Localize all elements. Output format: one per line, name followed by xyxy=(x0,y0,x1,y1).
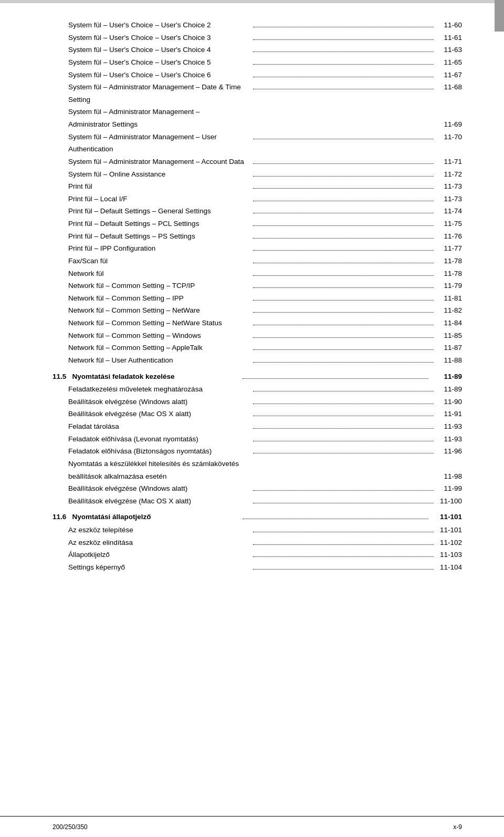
toc-entry: Fax/Scan fül 11-78 xyxy=(52,255,462,267)
entry-text: Feladatok előhívása (Biztonságos nyomtat… xyxy=(52,445,251,458)
toc-entry: Print fül – Local I/F 11-73 xyxy=(52,193,462,205)
entry-text: Print fül – Local I/F xyxy=(52,193,251,205)
section-header: 11.5 Nyomtatási feladatok kezelése 11-89 xyxy=(52,370,462,384)
toc-entry: Print fül – Default Settings – General S… xyxy=(52,205,462,218)
page-number: 11-99 xyxy=(436,482,462,495)
dots xyxy=(253,569,434,570)
toc-entry: Beállítások elvégzése (Windows alatt) 11… xyxy=(52,396,462,408)
toc-entry: Print fül 11-73 xyxy=(52,180,462,193)
toc-entry-multiline: System fül – Administrator Management –A… xyxy=(52,106,462,130)
dots xyxy=(253,453,434,453)
entry-text: System fül – User's Choice – User's Choi… xyxy=(52,19,251,32)
toc-entry: System fül – Online Assistance 11-72 xyxy=(52,168,462,181)
page-number: 11-90 xyxy=(436,396,462,408)
dots xyxy=(253,263,434,263)
toc-entry: Feladat tárolása 11-93 xyxy=(52,420,462,433)
page-number: 11-68 xyxy=(436,81,462,94)
entry-text: System fül – User's Choice – User's Choi… xyxy=(52,69,251,81)
entry-text: Beállítások elvégzése (Mac OS X alatt) xyxy=(52,408,251,420)
entry-text: Feladatkezelési műveletek meghatározása xyxy=(52,383,251,396)
page-number: 11-78 xyxy=(436,267,462,280)
page-number: 11-71 xyxy=(436,156,462,168)
toc-entry: System fül – User's Choice – User's Choi… xyxy=(52,19,462,32)
dots xyxy=(253,404,434,404)
entry-text: Network fül – Common Setting – IPP xyxy=(52,292,251,305)
page-number: 11-101 xyxy=(430,510,462,524)
page-number: 11-100 xyxy=(436,495,462,508)
toc-entry: Beállítások elvégzése (Mac OS X alatt) 1… xyxy=(52,408,462,420)
section-title: 11.6 Nyomtatási állapotjelző xyxy=(52,510,240,524)
entry-text: Beállítások elvégzése (Windows alatt) xyxy=(52,396,251,408)
dots xyxy=(253,163,434,164)
page-number: 11-88 xyxy=(436,354,462,367)
entry-text: Network fül – Common Setting – TCP/IP xyxy=(52,280,251,292)
entry-text: Print fül – IPP Configuration xyxy=(52,242,251,255)
toc-entry: Settings képernyő 11-104 xyxy=(52,561,462,574)
toc-entry: Print fül – IPP Configuration 11-77 xyxy=(52,242,462,255)
page-number: 11-93 xyxy=(436,420,462,433)
dots xyxy=(253,441,434,441)
dots xyxy=(253,64,434,65)
page-number: 11-76 xyxy=(436,230,462,243)
toc-entry: System fül – User's Choice – User's Choi… xyxy=(52,56,462,69)
page-number: 11-96 xyxy=(436,445,462,458)
toc-entry: Network fül – Common Setting – NetWare S… xyxy=(52,317,462,329)
toc-entry: Print fül – Default Settings – PS Settin… xyxy=(52,230,462,243)
dots xyxy=(243,378,428,379)
toc-entry: Beállítások elvégzése (Windows alatt) 11… xyxy=(52,482,462,495)
page-number: 11-101 xyxy=(436,524,462,536)
dots xyxy=(253,275,434,276)
page-number: 11-73 xyxy=(436,180,462,193)
page-number: 11-89 xyxy=(430,370,462,384)
section-title: 11.5 Nyomtatási feladatok kezelése xyxy=(52,370,240,384)
dots xyxy=(253,39,434,40)
entry-text: Állapotkijelző xyxy=(52,549,251,561)
toc-entry: System fül – Administrator Management – … xyxy=(52,131,462,156)
footer: 200/250/350 x-9 xyxy=(0,816,504,837)
section-header: 11.6 Nyomtatási állapotjelző 11-101 xyxy=(52,510,462,524)
toc-entry: Állapotkijelző 11-103 xyxy=(52,549,462,561)
entry-text: Az eszköz telepítése xyxy=(52,524,251,536)
toc-entry: Az eszköz telepítése 11-101 xyxy=(52,524,462,536)
page-number: 11-85 xyxy=(436,329,462,342)
page-number: 11-81 xyxy=(436,292,462,305)
page-number: 11-77 xyxy=(436,242,462,255)
toc-entry: System fül – User's Choice – User's Choi… xyxy=(52,32,462,44)
page-number: 11-73 xyxy=(436,193,462,205)
entry-text: Print fül – Default Settings – PCL Setti… xyxy=(52,218,251,230)
page-number: 11-75 xyxy=(436,218,462,230)
toc-entry: Beállítások elvégzése (Mac OS X alatt) 1… xyxy=(52,495,462,508)
toc-entry: System fül – Administrator Management – … xyxy=(52,81,462,106)
section-number: 11.5 xyxy=(52,373,66,380)
entry-text: Print fül xyxy=(52,180,251,193)
dots xyxy=(253,300,434,301)
entry-text: Settings képernyő xyxy=(52,561,251,574)
page-number: 11-72 xyxy=(436,168,462,181)
dots xyxy=(253,544,434,545)
content-area: System fül – User's Choice – User's Choi… xyxy=(0,3,504,816)
entry-text: Beállítások elvégzése (Windows alatt) xyxy=(52,482,251,495)
page-number: 11-74 xyxy=(436,205,462,218)
dots xyxy=(253,77,434,77)
dots xyxy=(253,176,434,177)
page-number: 11-67 xyxy=(436,69,462,81)
footer-left: 200/250/350 xyxy=(52,823,88,831)
dots xyxy=(253,362,434,363)
page-number: 11-102 xyxy=(436,536,462,549)
page: System fül – User's Choice – User's Choi… xyxy=(0,0,504,837)
toc-entry: Network fül – Common Setting – AppleTalk… xyxy=(52,342,462,354)
entry-text: Az eszköz elindítása xyxy=(52,536,251,549)
toc-entry: Feladatkezelési műveletek meghatározása … xyxy=(52,383,462,396)
entry-text: Feladat tárolása xyxy=(52,420,251,433)
entry-text: Fax/Scan fül xyxy=(52,255,251,267)
page-number: 11-78 xyxy=(436,255,462,267)
scrollbar[interactable] xyxy=(495,0,504,32)
dots xyxy=(253,89,434,89)
entry-text: System fül – Administrator Management –A… xyxy=(52,106,444,130)
toc-entry: System fül – User's Choice – User's Choi… xyxy=(52,44,462,56)
page-number: 11-103 xyxy=(436,549,462,561)
dots xyxy=(253,503,434,503)
dots xyxy=(253,556,434,557)
entry-text: Network fül xyxy=(52,267,251,280)
section-number: 11.6 xyxy=(52,513,66,521)
